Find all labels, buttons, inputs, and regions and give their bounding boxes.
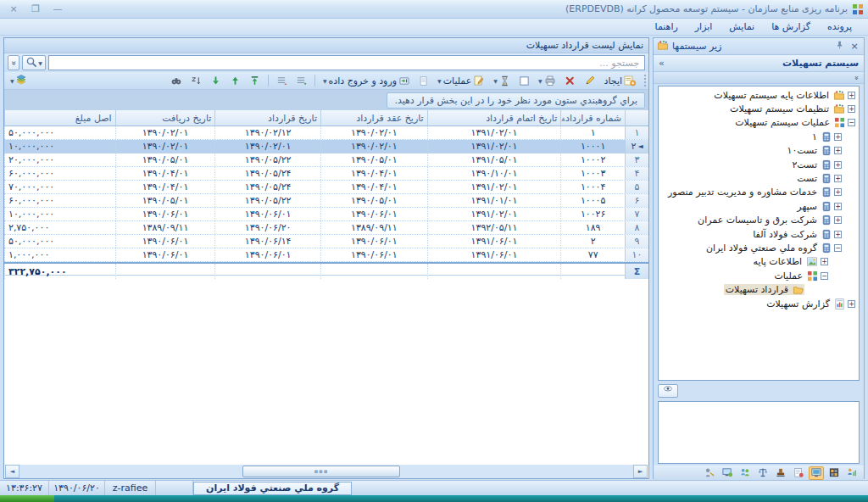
table-row[interactable]: ۱۱۱۳۹۱/۰۲/۰۱۱۳۹۰/۰۲/۰۱۱۳۹۰/۰۲/۱۲۱۳۹۰/۰۲/… xyxy=(4,126,648,140)
expand-icon[interactable]: + xyxy=(834,203,842,210)
tree-item-12[interactable]: +اطلاعات پایه xyxy=(659,255,859,269)
menu-item-3[interactable]: ابزار xyxy=(687,20,721,34)
table-row[interactable]: ۷۱۰۰۲۶۱۳۹۱/۰۲/۰۱۱۳۹۰/۰۶/۰۱۱۳۹۰/۰۶/۰۱۱۳۹۰… xyxy=(4,208,648,221)
pin-icon[interactable] xyxy=(835,40,845,53)
sidebar-close-icon[interactable]: × xyxy=(849,41,860,52)
tree-item-6[interactable]: +تست xyxy=(659,171,859,185)
tree-item-4[interactable]: +تست۱۰ xyxy=(659,144,859,158)
table-row[interactable]: ۴۱۰۰۰۳۱۳۹۰/۱۰/۰۱۱۳۹۰/۰۴/۰۱۱۳۹۰/۰۵/۲۴۱۳۹۰… xyxy=(4,167,648,181)
collapse-strip[interactable]: « xyxy=(654,72,864,84)
table-row[interactable]: ۳۱۰۰۰۲۱۳۹۱/۰۵/۰۱۱۳۹۰/۰۵/۰۱۱۳۹۰/۰۵/۲۲۱۳۹۰… xyxy=(4,153,648,167)
toolbar-grip[interactable] xyxy=(643,75,646,86)
collapse-icon[interactable]: − xyxy=(848,119,855,126)
minimize-button[interactable]: — xyxy=(51,3,64,14)
table-row[interactable]: ۹۲۱۳۹۱/۰۶/۰۱۱۳۹۰/۰۶/۰۱۱۳۹۰/۰۶/۱۴۱۳۹۰/۰۶/… xyxy=(4,235,648,248)
expand-icon[interactable]: + xyxy=(848,92,855,99)
monitor-settings-icon[interactable] xyxy=(720,466,735,480)
toolbar-list-expand-button[interactable] xyxy=(292,74,310,88)
toolbar-arrow-down-green-button[interactable] xyxy=(207,74,225,88)
toolbar-edit-pencil-button[interactable] xyxy=(581,73,599,88)
scroll-right-button[interactable]: ► xyxy=(633,465,648,478)
stamp-tools-icon[interactable] xyxy=(773,466,788,480)
tree-item-7[interactable]: +خدمات مشاوره و مدیریت تدبیر منصور xyxy=(659,186,859,199)
scroll-left-button[interactable]: ◄ xyxy=(5,465,19,478)
document-seal-icon[interactable] xyxy=(791,466,806,480)
close-button[interactable]: × xyxy=(7,3,20,14)
users-settings-icon[interactable] xyxy=(737,466,753,480)
expand-icon[interactable]: + xyxy=(834,147,842,154)
create-form-icon xyxy=(624,75,636,86)
dark-modules-icon[interactable] xyxy=(826,466,842,480)
expand-icon[interactable]: + xyxy=(834,188,842,196)
table-row[interactable]: ◄۲۱۰۰۰۱۱۳۹۱/۰۲/۰۱۱۳۹۰/۰۲/۰۱۱۳۹۰/۰۲/۰۱۱۳۹… xyxy=(4,140,648,153)
document-tab-caption[interactable]: نمایش لیست قرارداد تسهیلات xyxy=(4,38,648,53)
tree-item-3[interactable]: +۱ xyxy=(659,130,859,143)
system-band[interactable]: « سیستم تسهیلات xyxy=(654,55,864,72)
expand-icon[interactable]: + xyxy=(848,300,855,308)
tree-item-14[interactable]: قرارداد تسهیلات xyxy=(659,282,859,296)
tree-item-11[interactable]: −گروه ملي صنعتي فولاد ايران xyxy=(659,241,859,254)
tree-item-2[interactable]: −عملیات سیستم تسهیلات xyxy=(659,116,859,130)
column-header-3[interactable]: تاریخ قرارداد xyxy=(214,110,320,126)
restore-button[interactable]: ❐ xyxy=(29,3,42,14)
tree-item-0[interactable]: +اطلاعات پایه سیستم تسهیلات xyxy=(659,88,859,102)
menu-item-1[interactable]: گزارش ها xyxy=(764,20,818,34)
toolbar-doc-button[interactable] xyxy=(415,74,432,88)
table-row[interactable]: ۸۱۸۹۱۳۹۲/۰۵/۱۱۱۳۸۹/۰۹/۱۱۱۳۹۰/۰۶/۲۰۱۳۸۹/۰… xyxy=(4,221,648,235)
toolbar-arrow-to-top-button[interactable] xyxy=(246,74,264,88)
expand-icon[interactable]: + xyxy=(821,258,828,265)
start-button-sliver[interactable] xyxy=(0,495,54,502)
collapse-icon[interactable]: − xyxy=(834,244,842,252)
expand-icon[interactable]: + xyxy=(834,175,842,182)
column-header-2[interactable]: تاریخ عقد قرارداد xyxy=(320,110,427,126)
monitor-active-icon[interactable] xyxy=(809,466,824,480)
expand-icon[interactable]: + xyxy=(834,133,842,141)
tree-item-5[interactable]: +تست۲ xyxy=(659,158,859,171)
person-chart-icon[interactable] xyxy=(844,466,860,480)
toolbar-printer-button[interactable]: ▼ xyxy=(535,73,559,88)
menu-item-0[interactable]: پرونده xyxy=(820,20,860,34)
toolbar-delete-x-button[interactable] xyxy=(561,74,579,88)
toolbar-operations-pad-button[interactable]: عملیات▼ xyxy=(434,73,488,88)
search-input[interactable] xyxy=(48,55,645,70)
expand-icon[interactable]: + xyxy=(834,161,842,169)
tree-item-1[interactable]: +تنظیمات سیستم تسهیلات xyxy=(659,102,859,115)
column-header-5[interactable]: اصل مبلغ xyxy=(4,110,115,126)
group-by-panel[interactable]: براي گروهبندي ستون مورد نظر خود را در ای… xyxy=(4,90,648,110)
toolbar-preview-box-button[interactable] xyxy=(515,74,533,88)
tree-item-10[interactable]: +شرکت فولاد آلفا xyxy=(659,227,859,241)
scales-icon[interactable] xyxy=(755,466,771,480)
tree-item-13[interactable]: −عملیات xyxy=(659,269,859,282)
column-header-1[interactable]: تاریخ اتمام قرارداد xyxy=(427,110,561,126)
menu-item-4[interactable]: راهنما xyxy=(648,20,686,34)
column-header-0[interactable]: شماره قرارداد▲ xyxy=(560,110,625,126)
expand-icon[interactable]: + xyxy=(834,231,842,238)
toolbar-hourglass-button[interactable]: ▼ xyxy=(490,74,514,88)
horizontal-scrollbar[interactable]: ◄ ▪▪▪ ► xyxy=(5,465,648,478)
tree-item-15[interactable]: +گزارش تسهیلات xyxy=(659,297,859,310)
expand-icon[interactable]: + xyxy=(848,105,855,113)
toolbar-sort-z-button[interactable] xyxy=(187,74,205,88)
user-key-icon[interactable] xyxy=(702,466,717,480)
tree-item-9[interactable]: +شرکت برق و تاسیسات عمران xyxy=(659,214,859,227)
collapse-search-button[interactable]: » xyxy=(8,55,19,70)
expand-icon[interactable]: + xyxy=(834,216,842,224)
column-header-4[interactable]: تاریخ دریافت xyxy=(115,110,215,126)
grouping-button[interactable]: ▼ xyxy=(7,72,31,90)
scrollbar-thumb[interactable]: ▪▪▪ xyxy=(242,466,400,477)
toolbar-binoculars-button[interactable] xyxy=(167,74,186,88)
toolbar-create-form-button[interactable]: ایجاد xyxy=(601,73,639,88)
info-image-icon xyxy=(806,256,818,267)
collapse-icon[interactable]: − xyxy=(821,272,828,280)
menu-item-2[interactable]: نمایش xyxy=(721,20,762,34)
status-company[interactable]: گروه ملي صنعتي فولاد ايران xyxy=(193,482,352,495)
table-row[interactable]: ۱۰۷۷۱۳۹۱/۰۶/۰۱۱۳۹۰/۰۶/۰۱۱۳۹۰/۰۶/۰۱۱۳۹۰/۰… xyxy=(4,248,648,262)
table-row[interactable]: ۶۱۰۰۰۵۱۳۹۱/۰۱/۰۱۱۳۹۰/۰۵/۰۱۱۳۹۰/۰۵/۲۲۱۳۹۰… xyxy=(4,194,648,208)
table-row[interactable]: ۵۱۰۰۰۴۱۳۹۱/۰۲/۰۱۱۳۹۰/۰۴/۰۱۱۳۹۰/۰۵/۲۴۱۳۹۰… xyxy=(4,181,648,194)
tree-item-8[interactable]: +سپهر xyxy=(659,199,859,213)
toolbar-list-collapse-button[interactable] xyxy=(273,74,291,88)
preview-eye-button[interactable] xyxy=(658,384,678,398)
toolbar-arrow-up-green-button[interactable] xyxy=(226,74,244,88)
search-options-button[interactable]: ▼ xyxy=(22,55,46,70)
toolbar-import-export-button[interactable]: ورود و خروج داده▼ xyxy=(320,74,414,88)
